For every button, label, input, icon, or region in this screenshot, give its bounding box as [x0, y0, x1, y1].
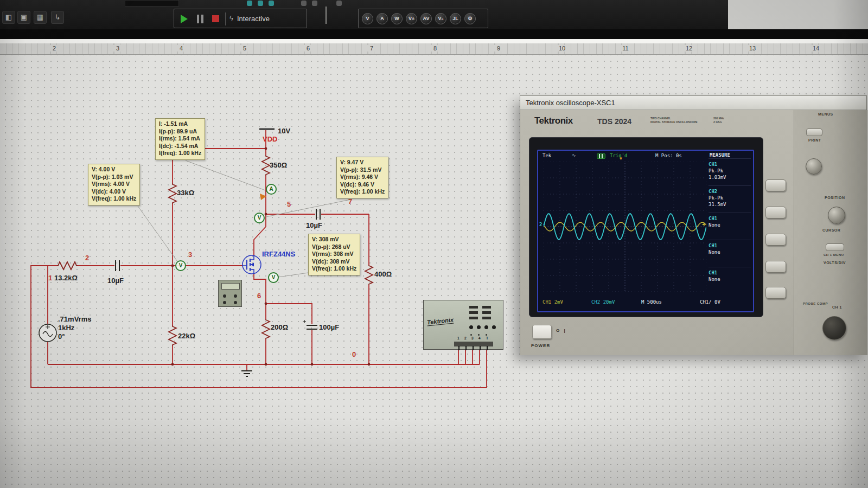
connector-slot	[482, 317, 491, 319]
bezel-button-1[interactable]	[765, 179, 786, 191]
menus-label: MENUS	[818, 112, 833, 116]
power-probe-button[interactable]: W	[391, 13, 403, 24]
c-output-label: 10µF	[306, 221, 322, 229]
resistor-350	[262, 155, 270, 176]
net-6-label: 6	[257, 292, 261, 300]
window-titlebar[interactable]: Tektronix oscilloscope-XSC1	[520, 96, 866, 110]
stop-simulation-button[interactable]	[212, 15, 219, 22]
ac-source[interactable]	[39, 324, 56, 342]
power-button[interactable]	[532, 325, 552, 339]
clipped-icon[interactable]	[312, 1, 317, 6]
print-button[interactable]	[806, 129, 822, 136]
pin-label: 2	[464, 336, 467, 340]
pin-label: T	[486, 336, 488, 340]
voltage-probe-gate-icon[interactable]: V	[175, 260, 186, 271]
clipped-icon[interactable]	[269, 1, 274, 6]
tektronix-scope-component[interactable]: Tektronix 1 2 3 4 T	[423, 300, 503, 350]
pause-simulation-button[interactable]	[197, 15, 203, 23]
diff-voltage-probe-button[interactable]: V±	[406, 13, 417, 24]
position-knob[interactable]	[828, 207, 845, 224]
clipped-icon[interactable]	[258, 1, 263, 6]
ruler-tick: 9	[492, 45, 505, 52]
bezel-button-2[interactable]	[765, 207, 786, 219]
r-source-label: 200Ω	[271, 323, 288, 331]
ruler-tick: 10	[556, 45, 569, 52]
bnc-dot-small	[486, 334, 487, 336]
current-probe-letter: A	[269, 186, 273, 192]
current-probe-icon: A	[380, 16, 384, 21]
vdd-voltage-label: 10V	[278, 127, 290, 135]
probe-line: I(dc): -1.54 mA	[159, 143, 201, 150]
multimeter-component[interactable]	[218, 280, 242, 307]
volts-div-label: VOLTS/DIV	[824, 261, 846, 265]
voltage-current-probe-button[interactable]: AV	[420, 13, 432, 24]
run-simulation-button[interactable]	[181, 15, 188, 23]
pin-label: 3	[471, 336, 474, 340]
ruler-tick: 5	[238, 45, 251, 52]
grid-view-icon: ▦	[37, 13, 43, 21]
clipped-field	[125, 0, 179, 7]
voltage-probe-button[interactable]: V	[362, 13, 373, 24]
toolbar-left-icon-4[interactable]: ↳	[51, 11, 64, 24]
clipped-icon[interactable]	[247, 1, 252, 6]
probe-comp-label: PROBE COMP	[803, 302, 828, 305]
terminal-hole	[223, 301, 226, 304]
measure-row: CH1 None	[709, 240, 751, 267]
resistor-13k2	[57, 262, 78, 269]
ruler-tick: 8	[429, 45, 442, 52]
toolbar-left-icon-3[interactable]: ▦	[34, 11, 47, 24]
probe-line: V: 4.00 V	[92, 166, 136, 174]
clipped-icon[interactable]	[336, 1, 342, 6]
bnc-dot	[477, 325, 481, 329]
voltage-ref-probe-button[interactable]: V₀	[435, 13, 446, 24]
bezel-button-4[interactable]	[765, 261, 786, 273]
horizontal-ruler: 2 3 4 5 6 7 8 9 10 11 12 13 14	[0, 43, 868, 55]
probe-line: V(dc): 9.46 V	[340, 181, 385, 189]
position-label: POSITION	[825, 196, 845, 200]
pin	[465, 346, 467, 350]
drain-voltage-readout-box[interactable]: V: 9.47 V V(p-p): 31.5 mV V(rms): 9.46 V…	[336, 157, 388, 198]
ruler-tick: 7	[365, 45, 378, 52]
gate-voltage-readout-box[interactable]: V: 4.00 V V(p-p): 1.03 mV V(rms): 4.00 V…	[88, 164, 140, 206]
resistor-33k	[169, 183, 176, 204]
bezel-button-3[interactable]	[765, 234, 786, 246]
oscilloscope-window: Tektronix oscilloscope-XSC1 Tektronix TD…	[520, 95, 867, 355]
current-probe-icon[interactable]: A	[266, 184, 277, 195]
multimeter-display	[221, 283, 240, 290]
current-probe-button[interactable]: A	[376, 13, 388, 24]
probe-settings-button[interactable]: ⚙	[464, 13, 476, 24]
measure-row: CH2 Pk-Pk 31.5mV	[709, 185, 751, 213]
toolbar-left-icon-2[interactable]: ▣	[17, 11, 30, 24]
screen-bezel: Tek ∿ Trig'd M Pos: 0s MEASURE 2 ▸ ▼ ◀ C…	[529, 137, 763, 317]
toolbar-left-icon-1[interactable]: ◧	[2, 11, 15, 24]
mosfet-symbol[interactable]	[242, 255, 261, 274]
ground-symbol[interactable]	[241, 371, 252, 376]
mini-scope-brand: Tektronix	[426, 316, 454, 326]
capacitors[interactable]	[116, 209, 320, 329]
voltage-probe-source-icon[interactable]: V	[268, 272, 279, 283]
ruler-tick: 11	[619, 45, 632, 52]
digital-probe-icon: JL	[452, 16, 458, 21]
resistor-200	[262, 319, 270, 339]
measure-type: Pk-Pk	[709, 195, 751, 201]
current-probe-readout-box[interactable]: I: -1.51 mA I(p-p): 89.9 uA I(rms): 1.54…	[155, 118, 205, 160]
net-7-label: 7	[348, 197, 352, 206]
source-voltage-readout-box[interactable]: V: 308 mV V(p-p): 268 uV V(rms): 308 mV …	[308, 234, 360, 275]
bezel-button-5[interactable]	[765, 287, 786, 299]
r-gate-lower-label: 22kΩ	[178, 332, 195, 340]
connector-slot	[469, 306, 478, 309]
terminal-hole	[234, 294, 237, 298]
voltage-probe-drain-icon[interactable]: V	[254, 213, 265, 223]
utility-knob[interactable]	[806, 158, 822, 175]
clipped-icon[interactable]	[301, 1, 307, 6]
connector-slot	[469, 311, 478, 314]
digital-probe-button[interactable]: JL	[450, 13, 461, 24]
interactive-mode-dropdown[interactable]: Interactive	[237, 15, 270, 23]
probe-line: I(rms): 1.54 mA	[159, 135, 201, 143]
m-pos-readout: M Pos: 0s	[655, 153, 682, 158]
volts-div-knob[interactable]	[822, 316, 846, 340]
r-input-label: 13.2kΩ	[54, 274, 78, 282]
trigger-level-marker-icon: ◀	[702, 222, 705, 227]
probe-line: V(p-p): 268 uV	[312, 243, 356, 251]
ch1-menu-button[interactable]	[826, 243, 844, 251]
